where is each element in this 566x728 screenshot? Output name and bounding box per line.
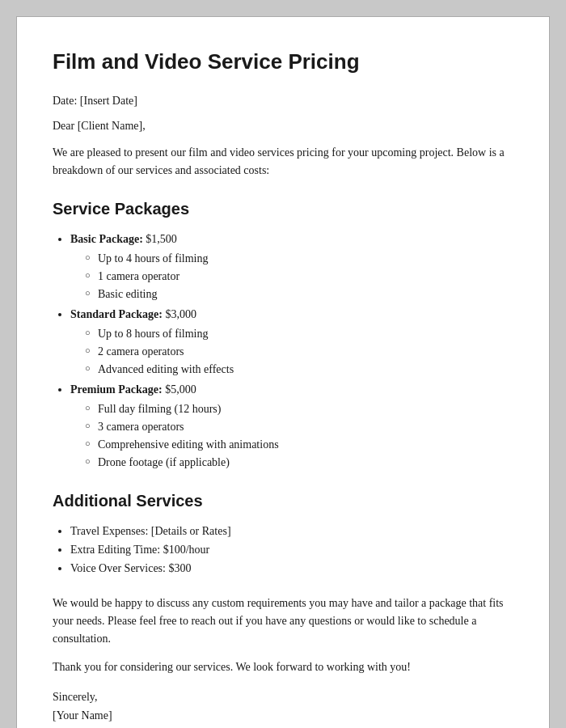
closing-paragraph-2: Thank you for considering our services. … (53, 658, 513, 676)
package-sub-item: Comprehensive editing with animations (85, 436, 513, 453)
package-sub-item: Up to 4 hours of filming (85, 250, 513, 267)
package-item: Standard Package: $3,000Up to 8 hours of… (70, 306, 513, 378)
document-salutation: Dear [Client Name], (53, 117, 513, 134)
service-packages-heading: Service Packages (53, 197, 513, 221)
document-title: Film and Video Service Pricing (53, 46, 513, 78)
package-price: $5,000 (163, 383, 196, 396)
package-item: Basic Package: $1,500Up to 4 hours of fi… (70, 231, 513, 303)
package-price: $1,500 (143, 233, 177, 245)
package-sub-item: Advanced editing with effects (85, 361, 513, 378)
package-sub-list: Up to 8 hours of filming2 camera operato… (70, 325, 513, 378)
document-date: Date: [Insert Date] (53, 92, 513, 109)
additional-service-item: Travel Expenses: [Details or Rates] (70, 523, 513, 540)
closing-paragraph-1: We would be happy to discuss any custom … (53, 595, 513, 647)
sign-name: [Your Name] (53, 706, 513, 725)
packages-list: Basic Package: $1,500Up to 4 hours of fi… (53, 231, 513, 471)
package-price: $3,000 (163, 308, 196, 320)
additional-service-item: Voice Over Services: $300 (70, 560, 513, 577)
package-sub-list: Up to 4 hours of filming1 camera operato… (70, 250, 513, 303)
signature-block: Sincerely, [Your Name] [Your Company Nam… (53, 688, 513, 728)
document-intro: We are pleased to present our film and v… (53, 144, 513, 179)
package-sub-item: Basic editing (85, 286, 513, 303)
package-name: Standard Package: (70, 308, 163, 320)
package-sub-item: 3 camera operators (85, 418, 513, 435)
package-sub-item: 1 camera operator (85, 268, 513, 285)
additional-services-list: Travel Expenses: [Details or Rates]Extra… (53, 523, 513, 577)
additional-service-item: Extra Editing Time: $100/hour (70, 541, 513, 558)
document-container: Film and Video Service Pricing Date: [In… (16, 16, 550, 728)
package-name: Premium Package: (70, 383, 163, 396)
package-sub-list: Full day filming (12 hours)3 camera oper… (70, 400, 513, 471)
sign-opening: Sincerely, (53, 688, 513, 706)
package-name: Basic Package: (70, 233, 143, 245)
sign-company: [Your Company Name] (53, 725, 513, 728)
package-sub-item: 2 camera operators (85, 343, 513, 360)
package-sub-item: Full day filming (12 hours) (85, 400, 513, 417)
package-sub-item: Drone footage (if applicable) (85, 454, 513, 471)
package-sub-item: Up to 8 hours of filming (85, 325, 513, 342)
additional-services-heading: Additional Services (53, 489, 513, 513)
package-item: Premium Package: $5,000Full day filming … (70, 381, 513, 471)
